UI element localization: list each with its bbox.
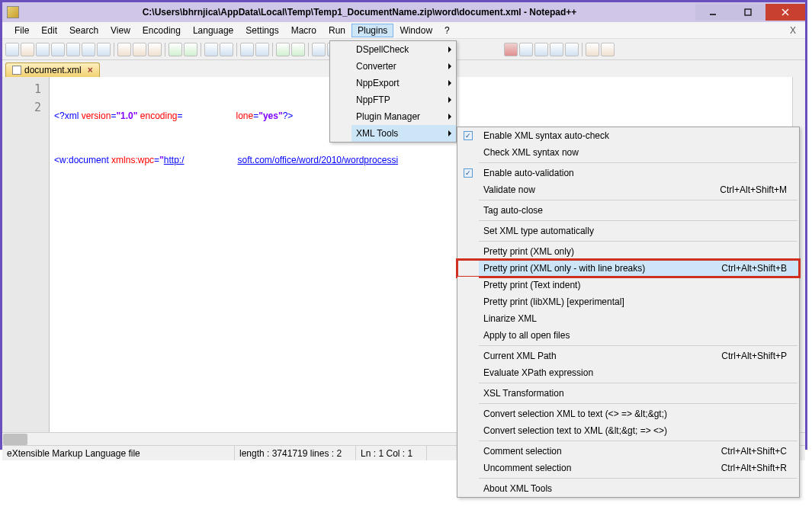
submenu-item[interactable]: Current XML PathCtrl+Alt+Shift+P [457,348,799,364]
play-icon[interactable] [534,43,548,56]
submenu-item[interactable]: Tag auto-close [457,202,799,219]
line-number: 1 [2,80,49,98]
submenu-item[interactable]: About XML Tools [457,480,799,497]
menu-view[interactable]: View [104,24,136,37]
zoom-out-icon[interactable] [255,43,269,56]
submenu-item[interactable]: XSL Transformation [457,385,799,402]
save-macro-icon[interactable] [565,43,579,56]
chevron-right-icon [448,80,451,86]
submenu-item[interactable]: DSpellCheck [330,41,456,58]
submenu-item[interactable]: Uncomment selectionCtrl+Alt+Shift+R [457,460,799,476]
close-icon[interactable] [66,43,80,56]
paste-icon[interactable] [148,43,162,56]
menu-window[interactable]: Window [393,24,438,37]
sync-h-icon[interactable] [291,43,305,56]
separator [479,220,798,221]
copy-icon[interactable] [133,43,146,56]
submenu-item[interactable]: NppFTP [330,91,456,108]
separator [479,383,798,383]
app-icon [7,6,19,18]
menu-file[interactable]: File [8,24,35,37]
submenu-item[interactable]: Set XML type automatically [457,223,799,239]
chevron-right-icon [448,114,451,120]
submenu-item[interactable]: Linarize XML [457,310,799,327]
separator [479,241,798,242]
minimize-button[interactable] [695,4,730,21]
menu-edit[interactable]: Edit [35,24,63,37]
separator [479,345,798,346]
titlebar[interactable]: C:\Users\bhrnjica\AppData\Local\Temp\Tem… [2,2,805,22]
separator-icon [201,43,201,56]
shortcut-label: Ctrl+Alt+Shift+M [704,184,787,195]
wrap-icon[interactable] [312,43,326,56]
submenu-item[interactable]: Validate nowCtrl+Alt+Shift+M [457,181,799,198]
print-icon[interactable] [97,43,111,56]
file-icon [12,66,21,75]
submenu-item[interactable]: Convert selection XML to text (<> => &lt… [457,405,799,422]
stop-icon[interactable] [519,43,533,56]
cut-icon[interactable] [117,43,131,56]
submenu-item[interactable]: Check XML syntax now [457,144,799,161]
new-icon[interactable] [5,43,19,56]
line-gutter: 1 2 [2,77,50,432]
menu-macro[interactable]: Macro [285,24,323,37]
tab-close-icon[interactable]: × [88,65,93,75]
submenu-item[interactable]: ✓Enable XML syntax auto-check [457,127,799,144]
status-filetype: eXtensible Markup Language file [2,446,235,460]
open-icon[interactable] [21,43,34,56]
menu-run[interactable]: Run [323,24,351,37]
menu-settings[interactable]: Settings [239,24,284,37]
submenu-item[interactable]: Evaluate XPath expression [457,364,799,381]
submenu-item[interactable]: Pretty print (libXML) [experimental] [457,293,799,310]
status-length: length : 3741719 lines : 2 [235,446,356,460]
menu-encoding[interactable]: Encoding [136,24,187,37]
save-icon[interactable] [36,43,50,56]
close-all-icon[interactable] [82,43,95,56]
separator-icon [582,43,583,56]
save-all-icon[interactable] [51,43,65,56]
spell-next-icon[interactable] [601,43,615,56]
spell-icon[interactable] [586,43,599,56]
submenu-item[interactable]: NppExport [330,75,456,91]
submenu-item[interactable]: Comment selectionCtrl+Alt+Shift+C [457,443,799,460]
undo-icon[interactable] [168,43,182,56]
chevron-right-icon [448,63,451,69]
menubar: FileEditSearchViewEncodingLanguageSettin… [2,22,805,39]
submenu-item[interactable]: Apply to all open files [457,327,799,344]
separator-icon [236,43,237,56]
chevron-right-icon [448,97,451,103]
shortcut-label: Ctrl+Alt+Shift+R [706,463,787,473]
separator [479,162,798,163]
submenu-item[interactable]: Plugin Manager [330,108,456,125]
plugins-submenu[interactable]: DSpellCheckConverterNppExportNppFTPPlugi… [329,40,457,143]
find-icon[interactable] [204,43,218,56]
submenu-item[interactable]: Convert selection text to XML (&lt;&gt; … [457,422,799,439]
submenu-item[interactable]: ✓Enable auto-validation [457,165,799,181]
close-button[interactable] [765,4,805,21]
fast-icon[interactable] [550,43,563,56]
separator-icon [272,43,273,56]
shortcut-label: Ctrl+Alt+Shift+P [706,351,787,361]
redo-icon[interactable] [184,43,197,56]
menu-plugins[interactable]: Plugins [351,24,393,37]
submenu-item[interactable]: XML Tools [330,125,456,142]
menu-search[interactable]: Search [63,24,104,37]
mdi-close-icon[interactable]: X [787,25,799,36]
separator-icon [165,43,165,56]
submenu-item[interactable]: Converter [330,58,456,75]
separator [479,403,798,404]
tab-document[interactable]: document.xml × [5,62,100,77]
submenu-item[interactable]: Pretty print (Text indent) [457,277,799,293]
sync-v-icon[interactable] [276,43,290,56]
check-icon: ✓ [464,168,473,178]
zoom-in-icon[interactable] [240,43,254,56]
replace-icon[interactable] [220,43,233,56]
maximize-button[interactable] [730,4,765,21]
separator-icon [308,43,309,56]
menu-[interactable]: ? [438,24,456,37]
submenu-item[interactable]: Pretty print (XML only - with line break… [457,260,799,277]
menu-language[interactable]: Language [187,24,239,37]
record-icon[interactable] [504,43,518,56]
submenu-item[interactable]: Pretty print (XML only) [457,243,799,260]
xml-tools-submenu[interactable]: ✓Enable XML syntax auto-checkCheck XML s… [457,127,800,498]
